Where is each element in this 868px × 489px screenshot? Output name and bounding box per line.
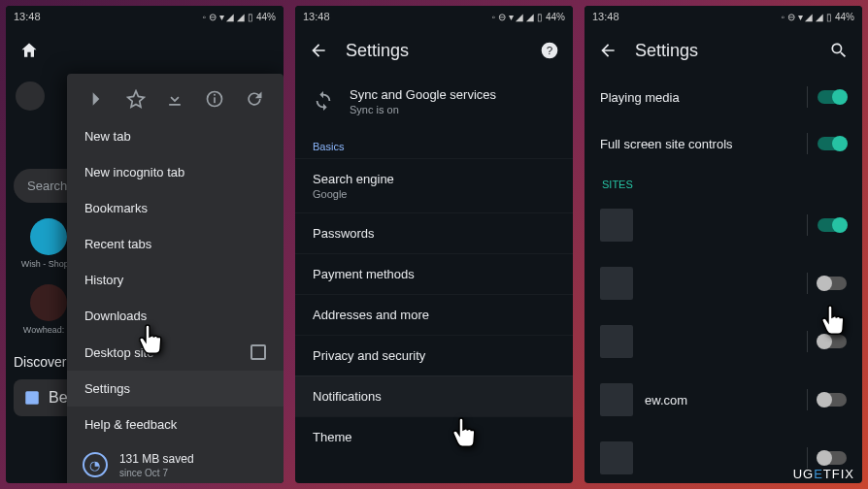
site-row[interactable]: ew.com — [584, 371, 862, 429]
status-icons: ◦ ⊖ ▾ ◢ ◢ ▯44% — [492, 12, 565, 22]
page-title: Settings — [346, 41, 522, 61]
chrome-toolbar — [6, 27, 284, 74]
row-privacy[interactable]: Privacy and security — [295, 335, 573, 375]
back-icon[interactable] — [307, 39, 330, 62]
row-passwords[interactable]: Passwords — [295, 212, 573, 253]
forward-icon[interactable] — [84, 87, 108, 111]
status-bar: 13:48 ◦ ⊖ ▾ ◢ ◢ ▯44% — [295, 6, 573, 27]
article-icon — [23, 389, 41, 407]
status-time: 13:48 — [14, 11, 41, 22]
section-basics: Basics — [295, 129, 573, 158]
toggle-site[interactable] — [818, 277, 847, 290]
data-saver-row[interactable]: ◔ 131 MB saved since Oct 7 — [67, 442, 284, 483]
status-bar: 13:48 ◦ ⊖ ▾ ◢ ◢ ▯44% — [6, 6, 284, 27]
site-favicon — [600, 267, 633, 300]
status-icons: ◦ ⊖ ▾ ◢ ◢ ▯44% — [203, 12, 276, 22]
menu-downloads[interactable]: Downloads — [67, 298, 284, 334]
row-full-screen[interactable]: Full screen site controls — [584, 120, 862, 167]
toggle-full-screen[interactable] — [818, 137, 847, 150]
svg-rect-2 — [214, 97, 216, 103]
menu-recent-tabs[interactable]: Recent tabs — [67, 226, 284, 262]
download-icon[interactable] — [163, 87, 186, 111]
desktop-site-checkbox[interactable] — [250, 344, 266, 360]
status-time: 13:48 — [303, 11, 330, 22]
menu-desktop-site[interactable]: Desktop site — [67, 334, 284, 371]
status-time: 13:48 — [592, 11, 619, 22]
screenshot-2-settings: 13:48 ◦ ⊖ ▾ ◢ ◢ ▯44% Settings ? Sync and… — [295, 6, 573, 483]
site-favicon — [600, 383, 633, 416]
toggle-site[interactable] — [818, 218, 847, 232]
home-icon[interactable] — [17, 39, 41, 62]
menu-new-incognito[interactable]: New incognito tab — [67, 154, 284, 190]
section-sites: SITES — [584, 167, 862, 196]
site-label: ew.com — [645, 393, 797, 408]
svg-text:?: ? — [547, 44, 553, 56]
page-title: Settings — [635, 41, 812, 61]
row-notifications[interactable]: Notifications — [295, 375, 573, 416]
google-avatar[interactable] — [16, 82, 45, 111]
toggle-site[interactable] — [818, 393, 847, 407]
menu-bookmarks[interactable]: Bookmarks — [67, 190, 284, 226]
toggle-playing-media[interactable] — [818, 90, 847, 104]
status-icons: ◦ ⊖ ▾ ◢ ◢ ▯44% — [782, 12, 854, 22]
row-payment-methods[interactable]: Payment methods — [295, 253, 573, 294]
svg-rect-0 — [25, 391, 39, 405]
info-icon[interactable] — [203, 87, 226, 111]
menu-new-tab[interactable]: New tab — [67, 118, 284, 154]
site-favicon — [600, 441, 633, 474]
status-bar: 13:48 ◦ ⊖ ▾ ◢ ◢ ▯44% — [584, 6, 862, 27]
toggle-site[interactable] — [818, 451, 847, 465]
sync-row[interactable]: Sync and Google services Sync is on — [295, 74, 573, 129]
row-search-engine[interactable]: Search engine Google — [295, 158, 573, 212]
site-favicon — [600, 325, 633, 358]
sync-icon — [313, 90, 334, 112]
site-row[interactable] — [584, 254, 862, 312]
row-theme[interactable]: Theme — [295, 416, 573, 457]
help-icon[interactable]: ? — [538, 39, 561, 62]
menu-help[interactable]: Help & feedback — [67, 407, 284, 442]
screenshot-3-notifications: 13:48 ◦ ⊖ ▾ ◢ ◢ ▯44% Settings Playing me… — [584, 6, 862, 483]
menu-settings[interactable]: Settings — [67, 371, 284, 407]
back-icon[interactable] — [596, 39, 619, 62]
screenshot-1-chrome-menu: 13:48 ◦ ⊖ ▾ ◢ ◢ ▯44% Search or Wish - Sh… — [6, 6, 284, 483]
site-row[interactable] — [584, 312, 862, 371]
menu-history[interactable]: History — [67, 262, 284, 298]
chrome-overflow-menu: New tab New incognito tab Bookmarks Rece… — [67, 74, 284, 483]
star-icon[interactable] — [124, 87, 148, 111]
settings-appbar: Settings ? — [295, 27, 573, 74]
search-icon[interactable] — [827, 39, 851, 62]
svg-point-3 — [214, 94, 216, 96]
row-playing-media[interactable]: Playing media — [584, 74, 862, 120]
site-row[interactable] — [584, 196, 862, 254]
watermark: UGETFIX — [793, 467, 854, 481]
site-favicon — [600, 209, 633, 242]
row-addresses[interactable]: Addresses and more — [295, 294, 573, 335]
toggle-site[interactable] — [818, 335, 847, 348]
refresh-icon[interactable] — [243, 87, 266, 111]
data-saver-icon: ◔ — [83, 452, 108, 477]
settings-appbar: Settings — [584, 27, 862, 74]
